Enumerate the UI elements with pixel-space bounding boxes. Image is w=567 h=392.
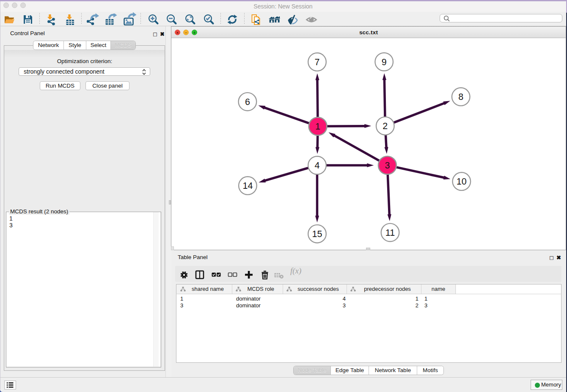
svg-text:8: 8 (458, 92, 463, 102)
svg-text:3: 3 (385, 160, 390, 171)
svg-text:9: 9 (382, 57, 387, 67)
svg-text:7: 7 (315, 57, 320, 67)
svg-text:1: 1 (315, 121, 320, 132)
svg-text:10: 10 (457, 177, 467, 187)
svg-text:2: 2 (383, 121, 388, 131)
svg-text:11: 11 (385, 228, 395, 238)
svg-text:6: 6 (245, 97, 250, 107)
svg-text:14: 14 (242, 181, 253, 191)
svg-text:15: 15 (312, 229, 322, 239)
svg-text:4: 4 (315, 160, 320, 171)
